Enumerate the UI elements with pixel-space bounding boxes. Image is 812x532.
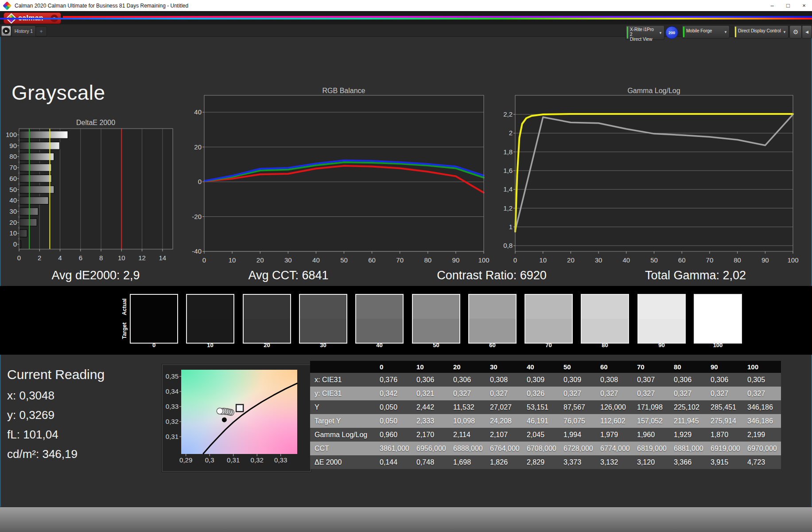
play-arrow-icon: ▶ [3,27,10,34]
deltae-bar [19,164,51,172]
table-cell: 6956,000 [413,442,450,455]
target-swatch [356,319,403,343]
history-panel-toggle-button[interactable]: ▶ [1,26,11,36]
bottom-bar: 0102030405060708090100 ▲ ■ ▶ [··] ∞ ↻ « … [0,507,812,532]
table-cell: 346,186 [744,400,781,414]
strip-swatch-40 [355,294,404,344]
y-axis-label: 10 [9,229,17,237]
x-axis-label: 40 [312,256,320,264]
page-title: Grayscale [12,81,105,105]
table-cell: 1,979 [597,428,634,442]
table-header-cell: 10 [413,361,450,373]
y-axis-label: 1,2 [503,204,513,212]
table-header-cell: 20 [450,361,487,373]
source-dropdown[interactable]: Mobile Forge ▼ [682,25,730,39]
target-swatch [525,319,572,343]
target-swatch [131,319,177,343]
table-cell: 1,960 [634,428,671,442]
table-header-cell: 70 [634,361,671,373]
table-cell: 0,327 [707,387,744,400]
x-axis-label: 80 [424,256,431,264]
display-control-label: Direct Display Control [738,28,781,33]
strip-swatch-100 [694,294,742,344]
x-axis-label: 20 [567,256,575,264]
y-axis-label: 0 [13,240,17,248]
table-cell: 0,308 [487,373,524,387]
meter-label: X-Rite i1Pro 2 Direct View [630,27,657,42]
table-cell: 211,945 [671,414,707,428]
current-reading-title: Current Reading [7,367,105,382]
target-swatch [413,319,459,343]
x-axis-label: 50 [340,256,348,264]
x-axis-label: 10 [229,256,236,264]
chevron-down-icon: ▼ [783,30,786,35]
measurement-point [217,408,223,414]
table-cell: 0,327 [487,387,524,400]
strip-swatch-label: 70 [524,342,573,348]
strip-swatch-20 [243,294,291,344]
x-axis-label: 100 [787,256,798,264]
table-cell: 6728,000 [560,442,597,455]
table-cell: 0,327 [450,387,487,400]
close-button[interactable]: × [796,0,812,11]
table-cell: 1,870 [707,428,744,442]
table-cell: 3,120 [634,455,671,469]
table-cell: 346,186 [744,414,781,428]
settings-button[interactable]: ⚙ [789,25,802,39]
table-cell: 0,748 [413,455,450,469]
rgb-balance-chart: 40200-20-400102030405060708090100 [188,86,494,267]
toolbar: calman ▼ [0,11,812,24]
table-cell: 2,114 [450,428,487,442]
table-cell: 2,442 [413,400,450,414]
x-axis-label: 90 [452,256,460,264]
collapse-button[interactable]: ◀ [802,25,812,39]
x-axis-label: 0,32 [251,456,264,464]
tab-history-1[interactable]: History 1 [12,25,36,36]
table-cell: 0,327 [744,387,781,400]
table-cell: 285,451 [707,400,744,414]
y-axis-label: 0,32 [166,418,179,425]
table-cell: 0,307 [634,373,671,387]
title-bar: Calman 2020 Calman Ultimate for Business… [0,0,812,11]
window-title: Calman 2020 Calman Ultimate for Business… [15,3,188,9]
table-row: y: CIE310,3420,3210,3270,3270,3260,3270,… [310,387,781,400]
table-cell: 0,308 [597,373,634,387]
add-tab-button[interactable]: + [35,26,47,36]
table-cell: 0,050 [377,400,413,414]
target-swatch [582,319,628,343]
table-cell: 87,567 [560,400,597,414]
x-axis-label: 70 [706,256,714,264]
table-cell: 0,309 [560,373,597,387]
strip-swatch-label: 20 [243,342,291,348]
minimize-button[interactable]: – [764,0,780,11]
y-axis-label: 2 [509,129,513,137]
table-cell: 3,132 [597,455,634,469]
display-control-dropdown[interactable]: Direct Display Control ▼ [734,25,789,39]
row-label: CCT [310,442,377,455]
table-cell: 53,151 [524,400,560,414]
x-axis-label: 6 [79,254,82,262]
y-axis-label: 20 [9,219,17,226]
summary-avg-de2000: Avg dE2000: 2,9 [51,269,140,282]
x-axis-label: 30 [595,256,602,264]
grayscale-swatch-strip: Actual Target 0102030405060708090100 [0,286,812,355]
app-icon [3,1,12,10]
y-axis-label: 90 [9,142,17,149]
maximize-button[interactable]: □ [780,0,796,11]
x-axis-label: 0,31 [227,456,240,464]
x-axis-label: 4 [58,254,62,262]
table-cell: 6774,000 [597,442,634,455]
y-axis-label: 70 [9,164,17,171]
gear-icon: ⚙ [793,28,799,35]
y-axis-label: 0 [198,178,202,185]
meter-dropdown[interactable]: X-Rite i1Pro 2 Direct View ▼ [626,25,664,40]
strip-swatch-70 [524,294,573,344]
deltae-bar [19,207,38,215]
source-label: Mobile Forge [686,28,722,33]
strip-swatch-60 [468,294,517,344]
reading-cdm: cd/m²: 346,19 [7,447,78,461]
table-cell: 1,929 [671,428,707,442]
results-table: 0102030405060708090100x: CIE310,3760,306… [310,361,781,469]
table-cell: 0,306 [671,373,707,387]
table-header-cell: 30 [487,361,524,373]
